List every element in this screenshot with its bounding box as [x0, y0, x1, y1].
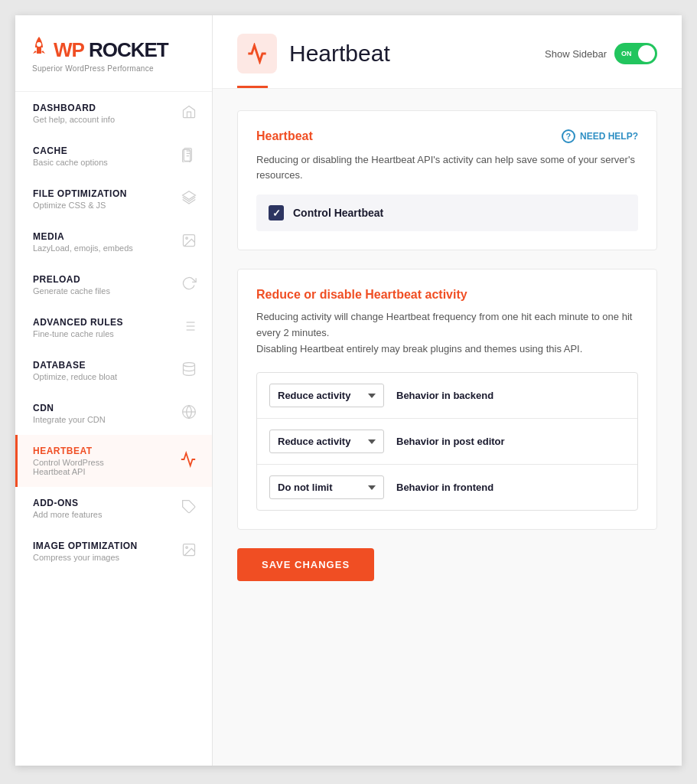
page-title: Heartbeat — [289, 41, 390, 67]
reduce-desc-line1: Reducing activity will change Heartbeat … — [256, 311, 632, 338]
help-circle-icon: ? — [562, 129, 575, 143]
toggle-label: ON — [621, 50, 632, 57]
nav-subtitle-addons: Add more features — [33, 510, 103, 519]
logo-wp: WP — [54, 38, 84, 62]
sidebar-item-addons[interactable]: ADD-ONS Add more features — [15, 487, 212, 530]
control-heartbeat-label: Control Heartbeat — [293, 207, 383, 219]
home-icon — [181, 104, 197, 123]
show-sidebar-toggle[interactable]: ON — [614, 43, 657, 64]
post-editor-behavior-select[interactable]: Do not limit Reduce activity Disable — [269, 430, 384, 453]
nav-title-database: DATABASE — [33, 360, 117, 371]
nav-subtitle-file-opt: Optimize CSS & JS — [33, 201, 127, 210]
backend-behavior-select[interactable]: Do not limit Reduce activity Disable — [269, 384, 384, 407]
sidebar-item-database[interactable]: DATABASE Optimize, reduce bloat — [15, 349, 212, 392]
nav-title-advanced: ADVANCED RULES — [33, 317, 123, 328]
sidebar-item-preload[interactable]: PRELOAD Generate cache files — [15, 263, 212, 306]
rocket-icon — [31, 37, 47, 63]
nav-title-image-opt: IMAGE OPTIMIZATION — [33, 541, 138, 551]
save-changes-button[interactable]: SAVE CHANGES — [237, 548, 374, 581]
nav-subtitle-cdn: Integrate your CDN — [33, 415, 106, 424]
page-header-underline — [237, 86, 268, 88]
image-icon — [181, 233, 197, 252]
image2-icon — [181, 542, 197, 561]
heartbeat-nav-icon — [180, 451, 197, 472]
behavior-box: Do not limit Reduce activity Disable Beh… — [256, 372, 638, 511]
nav-subtitle-media: LazyLoad, emojis, embeds — [33, 243, 133, 253]
frontend-behavior-label: Behavior in frontend — [396, 482, 493, 493]
show-sidebar-label: Show Sidebar — [545, 48, 607, 60]
sidebar: WP ROCKET Superior WordPress Performance… — [15, 15, 213, 766]
behavior-row-frontend: Do not limit Reduce activity Disable Beh… — [257, 465, 637, 510]
nav-title-cache: CACHE — [33, 145, 108, 156]
nav-subtitle-database: Optimize, reduce bloat — [33, 372, 117, 381]
logo-tagline: Superior WordPress Performance — [31, 64, 197, 73]
sidebar-item-cache[interactable]: CACHE Basic cache options — [15, 135, 212, 178]
nav-subtitle-preload: Generate cache files — [33, 286, 110, 296]
sidebar-item-file-optimization[interactable]: FILE OPTIMIZATION Optimize CSS & JS — [15, 178, 212, 220]
nav-title-dashboard: DASHBOARD — [33, 103, 115, 113]
toggle-knob — [638, 45, 655, 62]
checkmark-icon: ✓ — [272, 207, 281, 219]
sidebar-item-dashboard[interactable]: DASHBOARD Get help, account info — [15, 92, 212, 135]
nav-title-heartbeat: HEARTBEAT — [33, 446, 104, 456]
nav-title-media: MEDIA — [33, 231, 133, 242]
control-heartbeat-row: ✓ Control Heartbeat — [256, 194, 638, 231]
sidebar-item-image-opt[interactable]: IMAGE OPTIMIZATION Compress your images — [15, 530, 212, 573]
nav-title-addons: ADD-ONS — [33, 498, 103, 508]
sidebar-logo: WP ROCKET Superior WordPress Performance — [15, 15, 212, 92]
layers-icon — [181, 190, 197, 209]
nav-title-preload: PRELOAD — [33, 274, 110, 285]
need-help-label: NEED HELP? — [580, 131, 638, 142]
post-editor-behavior-label: Behavior in post editor — [396, 436, 505, 447]
app-container: WP ROCKET Superior WordPress Performance… — [15, 15, 682, 766]
behavior-row-backend: Do not limit Reduce activity Disable Beh… — [257, 373, 637, 419]
backend-behavior-label: Behavior in backend — [396, 390, 493, 401]
page-icon-box — [237, 34, 277, 74]
sidebar-item-media[interactable]: MEDIA LazyLoad, emojis, embeds — [15, 220, 212, 263]
heartbeat-card: Heartbeat ? NEED HELP? Reducing or disab… — [237, 110, 657, 250]
page-header-right: Show Sidebar ON — [545, 43, 657, 64]
need-help-link[interactable]: ? NEED HELP? — [562, 129, 638, 143]
nav-subtitle-heartbeat: Control WordPressHeartbeat API — [33, 458, 104, 476]
sidebar-item-advanced-rules[interactable]: ADVANCED RULES Fine-tune cache rules — [15, 306, 212, 349]
svg-point-17 — [186, 546, 188, 548]
sidebar-nav: DASHBOARD Get help, account info CACHE B… — [15, 92, 212, 766]
heartbeat-page-icon — [246, 43, 268, 64]
control-heartbeat-checkbox[interactable]: ✓ — [269, 205, 284, 220]
section-header: Heartbeat ? NEED HELP? — [256, 129, 638, 143]
reduce-section: Reduce or disable Heartbeat activity Red… — [237, 269, 657, 530]
sidebar-item-heartbeat[interactable]: HEARTBEAT Control WordPressHeartbeat API — [15, 435, 212, 487]
svg-point-0 — [37, 42, 41, 47]
nav-subtitle-dashboard: Get help, account info — [33, 115, 115, 124]
puzzle-icon — [181, 499, 197, 518]
nav-subtitle-cache: Basic cache options — [33, 158, 108, 167]
nav-title-cdn: CDN — [33, 403, 106, 413]
content-area: Heartbeat ? NEED HELP? Reducing or disab… — [213, 89, 682, 766]
database-icon — [181, 361, 197, 381]
frontend-behavior-select[interactable]: Do not limit Reduce activity Disable — [269, 475, 384, 499]
file-icon — [181, 147, 197, 166]
heartbeat-description: Reducing or disabling the Heartbeat API'… — [256, 152, 638, 182]
svg-point-5 — [186, 237, 188, 239]
nav-subtitle-image-opt: Compress your images — [33, 553, 138, 562]
globe-icon — [181, 404, 197, 423]
nav-title-file-opt: FILE OPTIMIZATION — [33, 188, 127, 199]
reduce-title: Reduce or disable Heartbeat activity — [256, 288, 638, 302]
reduce-description: Reducing activity will change Heartbeat … — [256, 309, 638, 357]
sidebar-item-cdn[interactable]: CDN Integrate your CDN — [15, 392, 212, 435]
heartbeat-section-title: Heartbeat — [256, 129, 313, 143]
page-header: Heartbeat Show Sidebar ON — [213, 15, 682, 89]
refresh-icon — [181, 276, 197, 295]
nav-subtitle-advanced: Fine-tune cache rules — [33, 329, 123, 338]
page-header-left: Heartbeat — [237, 34, 390, 74]
logo-rocket: ROCKET — [89, 38, 168, 62]
main-content: Heartbeat Show Sidebar ON Heartbeat — [213, 15, 682, 766]
svg-point-12 — [184, 362, 195, 366]
behavior-row-post-editor: Do not limit Reduce activity Disable Beh… — [257, 419, 637, 465]
list-icon — [181, 318, 197, 338]
reduce-desc-line2: Disabling Heartbeat entirely may break p… — [256, 343, 582, 354]
